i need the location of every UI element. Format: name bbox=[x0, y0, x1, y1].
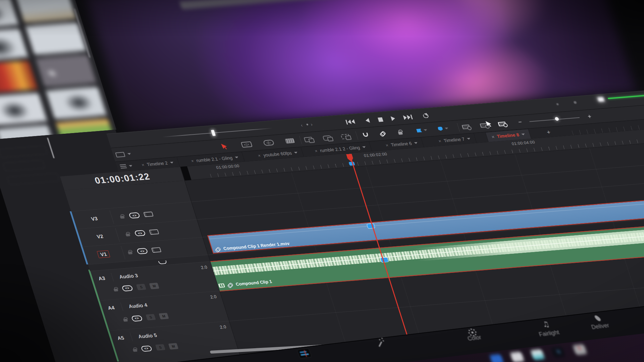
overwrite-clip-button[interactable] bbox=[321, 132, 333, 144]
position-lock-button[interactable] bbox=[396, 126, 404, 138]
replace-clip-button[interactable] bbox=[339, 130, 351, 142]
jog-track bbox=[162, 128, 273, 137]
channel-format: 2.0 bbox=[210, 294, 217, 300]
dock-icon[interactable] bbox=[489, 354, 504, 362]
close-icon[interactable]: × bbox=[141, 162, 145, 167]
clip-thumbnail[interactable] bbox=[0, 93, 47, 125]
solo-button[interactable]: S bbox=[155, 344, 166, 351]
chevron-down-icon[interactable] bbox=[467, 138, 471, 140]
panel-scrollbar[interactable] bbox=[47, 138, 54, 158]
color-page-icon bbox=[471, 331, 474, 334]
auto-select-icon[interactable]: <> bbox=[141, 345, 152, 352]
clip-thumbnail[interactable] bbox=[46, 87, 107, 119]
last-frame-button[interactable] bbox=[402, 113, 413, 121]
track-enable-icon[interactable] bbox=[151, 247, 162, 253]
snapping-button[interactable] bbox=[362, 129, 370, 140]
page-deliver[interactable]: Deliver bbox=[576, 312, 622, 332]
lock-icon[interactable] bbox=[123, 318, 128, 321]
lock-icon[interactable] bbox=[128, 251, 132, 254]
zoom-custom-button[interactable] bbox=[496, 118, 507, 130]
selection-mode-tool[interactable] bbox=[220, 140, 229, 152]
resolve-ui: ‹ › ‹▯› ‹|› bbox=[0, 0, 644, 362]
clip-thumbnail[interactable] bbox=[0, 28, 28, 61]
trim-edit-mode-tool[interactable]: ‹▯› bbox=[240, 138, 253, 150]
track-enable-icon[interactable] bbox=[144, 212, 154, 217]
dock-icon[interactable] bbox=[573, 344, 587, 355]
stop-button[interactable] bbox=[377, 115, 384, 124]
play-button[interactable] bbox=[390, 114, 396, 122]
mute-button[interactable]: M bbox=[149, 283, 160, 289]
zoom-full-extent-button[interactable] bbox=[461, 121, 471, 133]
chevron-down-icon[interactable] bbox=[362, 146, 366, 148]
timeline-view-options-button[interactable] bbox=[114, 148, 132, 161]
mute-button[interactable]: M bbox=[168, 343, 179, 350]
zoom-out-button[interactable]: − bbox=[517, 117, 523, 128]
dock-icon[interactable] bbox=[530, 349, 545, 360]
track-label-targeted[interactable]: V1 bbox=[97, 250, 110, 258]
davinci-resolve-edit-page-photo: ‹ › ‹▯› ‹|› bbox=[0, 0, 644, 362]
solo-button[interactable]: S bbox=[146, 314, 156, 320]
auto-select-icon[interactable]: <> bbox=[128, 212, 140, 219]
chevron-down-icon[interactable] bbox=[522, 133, 526, 135]
compound-clip-icon bbox=[218, 283, 225, 288]
clip-thumbnail[interactable] bbox=[36, 55, 96, 87]
razor-edit-mode-tool[interactable] bbox=[284, 135, 296, 147]
marker-button[interactable] bbox=[436, 123, 450, 135]
status-dot-icon bbox=[573, 101, 577, 104]
status-dot-icon bbox=[556, 103, 559, 105]
lock-icon[interactable] bbox=[132, 349, 137, 352]
frame-back-icon[interactable]: ‹ bbox=[300, 122, 305, 128]
audio-monitor-icon[interactable] bbox=[597, 97, 604, 102]
page-fairlight[interactable]: ♫ Fairlight bbox=[525, 318, 570, 339]
close-icon[interactable]: × bbox=[385, 142, 389, 147]
linked-selection-button[interactable] bbox=[378, 128, 387, 139]
track-name: Audio 3 bbox=[118, 273, 139, 280]
edit-page-icon bbox=[297, 348, 312, 359]
track-label: A3 bbox=[98, 275, 106, 281]
track-enable-icon[interactable] bbox=[149, 229, 159, 235]
lock-icon[interactable] bbox=[113, 288, 118, 291]
close-icon[interactable]: × bbox=[314, 148, 318, 153]
chevron-down-icon[interactable] bbox=[235, 156, 239, 158]
auto-select-icon[interactable]: <> bbox=[131, 315, 143, 321]
chevron-down-icon[interactable] bbox=[170, 162, 174, 164]
frame-dot-icon bbox=[306, 123, 308, 125]
play-reverse-button[interactable] bbox=[364, 116, 370, 124]
zoom-slider-track[interactable] bbox=[529, 117, 580, 122]
auto-select-icon[interactable]: <> bbox=[137, 248, 148, 254]
lock-icon[interactable] bbox=[125, 234, 130, 237]
timeline-list-button[interactable] bbox=[119, 163, 133, 169]
first-frame-button[interactable] bbox=[345, 118, 356, 126]
solo-button[interactable]: S bbox=[136, 284, 147, 290]
add-timeline-tab-button[interactable]: + bbox=[541, 127, 557, 137]
frame-step-controls[interactable]: ‹ › bbox=[300, 122, 314, 128]
auto-select-icon[interactable]: <> bbox=[134, 230, 146, 236]
page-edit[interactable] bbox=[283, 347, 326, 360]
dynamic-trim-mode-tool[interactable]: ‹|› bbox=[262, 137, 275, 149]
close-icon[interactable]: × bbox=[438, 138, 442, 143]
chevron-down-icon[interactable] bbox=[294, 152, 298, 154]
page-fusion[interactable] bbox=[359, 338, 401, 350]
clip-thumbnail[interactable] bbox=[0, 61, 38, 93]
clip-thumbnail[interactable] bbox=[0, 0, 18, 28]
link-icon bbox=[214, 247, 221, 251]
trim-handle[interactable] bbox=[367, 223, 376, 229]
clip-thumbnail[interactable] bbox=[25, 22, 86, 55]
auto-select-icon[interactable]: <> bbox=[121, 285, 133, 291]
lock-icon[interactable] bbox=[120, 216, 125, 219]
close-icon[interactable]: × bbox=[491, 134, 495, 139]
chevron-down-icon[interactable] bbox=[414, 142, 418, 144]
mute-button[interactable]: M bbox=[159, 313, 169, 319]
insert-clip-button[interactable] bbox=[303, 133, 314, 145]
dock-icon[interactable] bbox=[551, 347, 566, 358]
loop-playback-button[interactable] bbox=[422, 112, 430, 120]
close-icon[interactable]: × bbox=[257, 153, 261, 158]
flag-button[interactable] bbox=[415, 124, 429, 136]
clip-thumbnail[interactable] bbox=[15, 0, 76, 23]
frame-forward-icon[interactable]: › bbox=[310, 122, 315, 127]
close-icon[interactable]: × bbox=[191, 158, 195, 163]
zoom-in-button[interactable]: + bbox=[586, 111, 593, 122]
page-color[interactable]: Color bbox=[451, 326, 496, 344]
zoom-slider-handle[interactable] bbox=[554, 117, 559, 121]
dock-icon[interactable] bbox=[510, 352, 525, 362]
